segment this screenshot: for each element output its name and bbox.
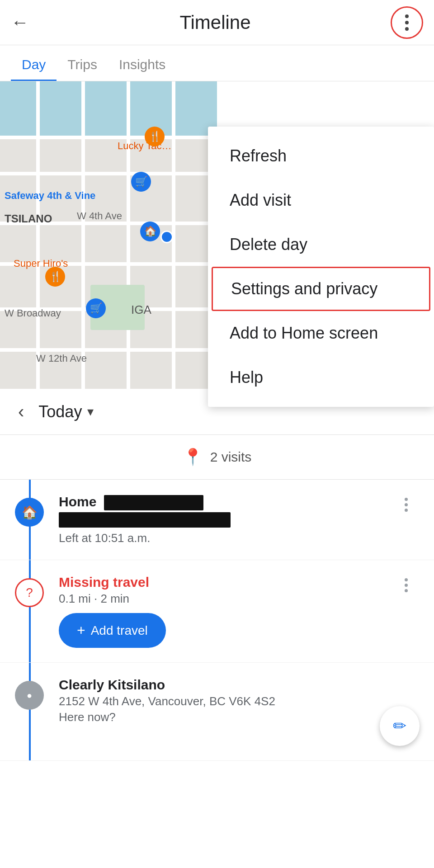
missing-travel-title: Missing travel bbox=[59, 575, 392, 590]
map-circle-location bbox=[160, 231, 173, 243]
menu-item-add-visit[interactable]: Add visit bbox=[208, 178, 434, 222]
edit-fab-button[interactable]: ✏ bbox=[380, 706, 420, 746]
activity-icon-col-home: 🏠 bbox=[0, 494, 59, 545]
more-dots-icon bbox=[405, 498, 408, 512]
tab-insights[interactable]: Insights bbox=[108, 57, 176, 81]
overflow-menu-button[interactable] bbox=[391, 6, 423, 39]
plus-icon: + bbox=[77, 622, 85, 639]
edit-pencil-icon: ✏ bbox=[393, 717, 406, 736]
map-label-iga: IGA bbox=[131, 303, 151, 317]
map-pin-cart2: 🛒 bbox=[86, 298, 106, 318]
more-options-travel[interactable] bbox=[392, 575, 420, 648]
activity-title-home: Home bbox=[59, 494, 392, 510]
map-street bbox=[0, 136, 217, 139]
map-label-broadway: W Broadway bbox=[5, 307, 61, 319]
tab-bar: Day Trips Insights bbox=[0, 45, 434, 81]
map-water bbox=[0, 81, 217, 136]
map-street bbox=[0, 348, 217, 352]
redacted-address-home bbox=[104, 495, 203, 510]
map-label-kitsilano: TSILANO bbox=[5, 212, 52, 225]
activity-meta-home: Left at 10:51 a.m. bbox=[59, 531, 150, 545]
map-label-w4th: W 4th Ave bbox=[77, 210, 122, 222]
activity-list: 🏠 Home Left at 10:51 a.m. ? Missing trav… bbox=[0, 480, 434, 761]
three-dots-icon bbox=[405, 14, 409, 31]
map-pin-cart1: 🛒 bbox=[131, 172, 151, 192]
map-street bbox=[36, 81, 40, 389]
map-pin-home: 🏠 bbox=[140, 222, 160, 241]
redacted-subtitle-home bbox=[59, 512, 231, 528]
activity-icon-col-location: ● bbox=[0, 677, 59, 724]
map-label-lucky-taco: Lucky Tac… bbox=[118, 140, 171, 152]
activity-item-home: 🏠 Home Left at 10:51 a.m. bbox=[0, 480, 434, 560]
page-title: Timeline bbox=[43, 12, 387, 33]
tab-day[interactable]: Day bbox=[11, 57, 57, 81]
more-options-home[interactable] bbox=[392, 494, 420, 545]
activity-content-location: Clearly Kitsilano 2152 W 4th Ave, Vancou… bbox=[59, 677, 420, 724]
date-selector[interactable]: Today ▾ bbox=[38, 402, 94, 421]
map-street bbox=[81, 81, 85, 389]
add-travel-button[interactable]: + Add travel bbox=[59, 613, 166, 648]
visits-summary: 📍 2 visits bbox=[0, 435, 434, 480]
activity-item-location: ● Clearly Kitsilano 2152 W 4th Ave, Vanc… bbox=[0, 663, 434, 761]
back-button[interactable]: ← bbox=[11, 12, 29, 33]
visits-count: 2 visits bbox=[210, 449, 252, 465]
visits-pin-icon: 📍 bbox=[183, 448, 203, 467]
menu-item-settings-privacy[interactable]: Settings and privacy bbox=[212, 267, 430, 311]
map-pin-restaurant: 🍴 bbox=[145, 127, 165, 146]
tab-trips[interactable]: Trips bbox=[57, 57, 108, 81]
app-header: ← Timeline bbox=[0, 0, 434, 45]
date-dropdown-arrow: ▾ bbox=[87, 404, 94, 419]
map-street bbox=[127, 81, 130, 389]
map-pin-restaurant2: 🍴 bbox=[45, 267, 65, 287]
activity-content-travel: Missing travel 0.1 mi · 2 min + Add trav… bbox=[59, 575, 392, 648]
overflow-dropdown: Refresh Add visit Delete day Settings an… bbox=[208, 127, 434, 407]
prev-day-button[interactable]: ‹ bbox=[18, 401, 24, 422]
missing-travel-meta: 0.1 mi · 2 min bbox=[59, 592, 392, 606]
location-here-now: Here now? bbox=[59, 710, 420, 724]
activity-item-missing-travel: ? Missing travel 0.1 mi · 2 min + Add tr… bbox=[0, 560, 434, 663]
missing-travel-icon: ? bbox=[15, 578, 44, 607]
map-and-menu-section: Lucky Tac… Safeway 4th & Vine TSILANO W … bbox=[0, 81, 434, 389]
location-address: 2152 W 4th Ave, Vancouver, BC V6K 4S2 bbox=[59, 694, 420, 708]
activity-icon-col-travel: ? bbox=[0, 575, 59, 648]
today-label: Today bbox=[38, 402, 82, 421]
map-label-safeway: Safeway 4th & Vine bbox=[5, 190, 95, 202]
menu-item-refresh[interactable]: Refresh bbox=[208, 134, 434, 178]
more-dots-icon bbox=[405, 578, 408, 592]
menu-item-help[interactable]: Help bbox=[208, 355, 434, 400]
location-icon: ● bbox=[15, 681, 44, 710]
location-title: Clearly Kitsilano bbox=[59, 677, 420, 693]
map-view[interactable]: Lucky Tac… Safeway 4th & Vine TSILANO W … bbox=[0, 81, 217, 389]
map-street bbox=[0, 172, 217, 175]
menu-item-add-home-screen[interactable]: Add to Home screen bbox=[208, 311, 434, 355]
menu-item-delete-day[interactable]: Delete day bbox=[208, 222, 434, 267]
map-label-w12th: W 12th Ave bbox=[36, 353, 87, 364]
home-icon: 🏠 bbox=[15, 498, 44, 527]
add-travel-label: Add travel bbox=[91, 623, 148, 638]
activity-content-home: Home Left at 10:51 a.m. bbox=[59, 494, 392, 545]
